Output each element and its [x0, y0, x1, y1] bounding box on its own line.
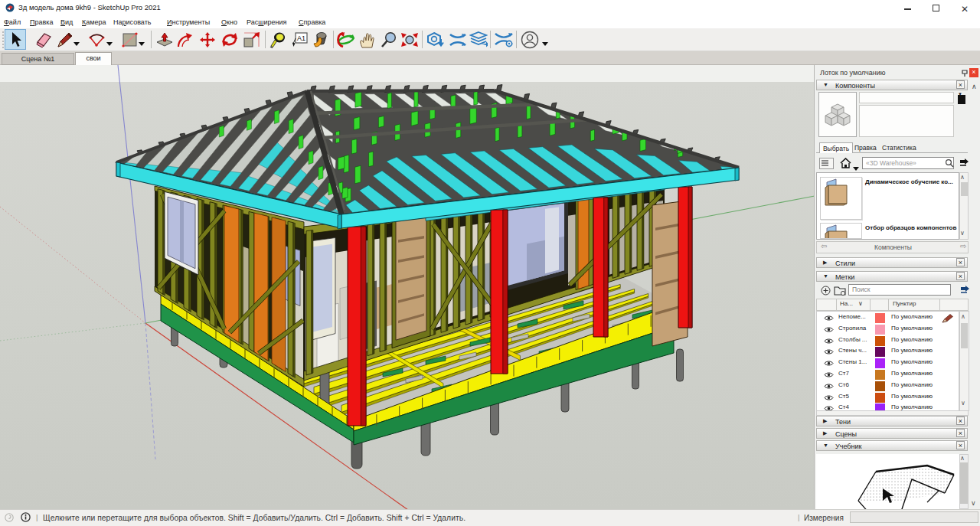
svg-text:A1: A1 — [297, 34, 305, 42]
